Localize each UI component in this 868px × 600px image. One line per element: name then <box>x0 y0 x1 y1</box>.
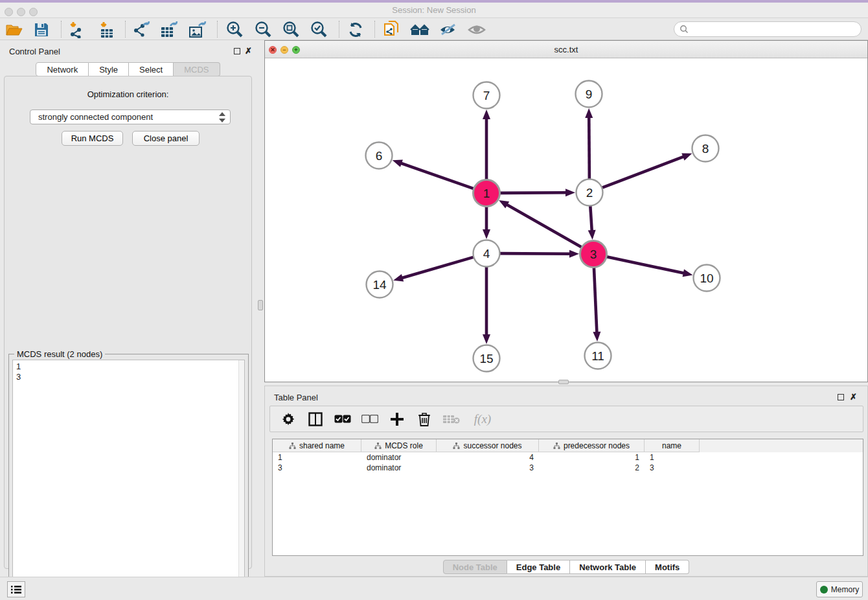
first-neighbors-icon[interactable] <box>409 20 431 40</box>
tab-motifs[interactable]: Motifs <box>646 560 689 574</box>
node-table[interactable]: shared nameMCDS rolesuccessor nodesprede… <box>272 439 863 556</box>
tab-mcds[interactable]: MCDS <box>174 62 220 76</box>
function-builder-icon[interactable]: f(x) <box>470 410 496 428</box>
graph-edge[interactable] <box>400 163 474 189</box>
panel-divider-handle[interactable] <box>558 380 569 384</box>
float-panel-icon[interactable] <box>234 48 240 54</box>
zoom-in-icon[interactable] <box>223 20 246 40</box>
close-table-panel-icon[interactable]: ✗ <box>850 394 857 400</box>
table-row[interactable]: 1dominator411 <box>273 452 863 463</box>
close-panel-icon[interactable]: ✗ <box>245 48 252 54</box>
status-bar: Memory <box>0 577 868 600</box>
tab-network-table[interactable]: Network Table <box>570 560 646 574</box>
graph-node-label: 1 <box>483 187 490 200</box>
column-header-name[interactable]: name <box>645 439 700 452</box>
column-header-shared-name[interactable]: shared name <box>273 439 361 452</box>
graph-edge[interactable] <box>590 206 591 231</box>
panel-divider-handle[interactable] <box>258 300 263 310</box>
network-window-titlebar[interactable]: ✕ − + scc.txt <box>265 41 867 58</box>
graph-node-label: 14 <box>372 278 387 292</box>
graph-edge[interactable] <box>607 257 685 273</box>
criterion-value: strongly connected component <box>38 112 153 122</box>
column-header-predecessor-nodes[interactable]: predecessor nodes <box>539 439 645 452</box>
select-all-rows-icon[interactable] <box>334 410 352 428</box>
export-network-icon[interactable] <box>130 20 152 40</box>
export-table-icon[interactable] <box>158 20 180 40</box>
open-session-icon[interactable] <box>3 20 25 40</box>
graph-edge[interactable] <box>500 192 567 193</box>
graph-edge[interactable] <box>594 268 597 333</box>
hierarchy-icon <box>553 443 560 449</box>
graph-edge-arrowhead <box>483 110 490 119</box>
zoom-fit-icon[interactable] <box>280 20 302 40</box>
mcds-result-text[interactable]: 13 <box>12 360 245 594</box>
tab-edge-table[interactable]: Edge Table <box>507 560 570 574</box>
delete-row-icon[interactable] <box>415 410 433 428</box>
table-cell[interactable]: 2 <box>539 463 645 473</box>
dropdown-stepper-icon <box>218 111 227 123</box>
add-row-icon[interactable] <box>388 410 406 428</box>
table-row[interactable]: 3dominator323 <box>273 463 863 473</box>
table-panel: Table Panel ✗ <box>264 386 868 577</box>
graph-edge[interactable] <box>402 257 474 278</box>
graph-edge-arrowhead <box>393 160 403 167</box>
mcds-result-box: MCDS result (2 nodes) 13 <box>8 354 249 598</box>
graph-edge-arrowhead <box>393 274 404 282</box>
export-image-icon[interactable] <box>187 20 209 40</box>
table-cell[interactable]: dominator <box>361 463 437 473</box>
tab-style[interactable]: Style <box>89 62 129 76</box>
zoom-out-icon[interactable] <box>252 20 274 40</box>
graph-edge[interactable] <box>506 204 581 247</box>
table-cell[interactable]: 4 <box>437 452 539 463</box>
criterion-dropdown[interactable]: strongly connected component <box>30 110 231 124</box>
graph-node-label: 10 <box>700 271 713 285</box>
show-all-icon[interactable] <box>466 20 488 40</box>
hide-selected-icon[interactable] <box>437 20 459 40</box>
search-input[interactable] <box>689 25 861 34</box>
tab-select[interactable]: Select <box>129 62 174 76</box>
network-canvas[interactable]: 7968124314101511 <box>265 58 867 382</box>
close-panel-button[interactable]: Close panel <box>132 131 200 146</box>
save-session-icon[interactable] <box>30 20 52 40</box>
table-tabs: Node Table Edge Table Network Table Moti… <box>265 560 867 574</box>
refresh-icon[interactable] <box>345 20 367 40</box>
graph-node-label: 9 <box>586 87 593 101</box>
hierarchy-icon <box>374 443 382 449</box>
tab-network[interactable]: Network <box>36 62 89 76</box>
graph-edge[interactable] <box>500 253 571 254</box>
graph-edge[interactable] <box>602 156 685 187</box>
graph-node-label: 2 <box>586 186 593 200</box>
zoom-selected-icon[interactable] <box>308 20 330 40</box>
float-table-panel-icon[interactable] <box>838 394 844 400</box>
table-cell[interactable]: 3 <box>437 463 539 473</box>
deselect-all-rows-icon[interactable] <box>361 410 379 428</box>
toolbar-separator <box>61 21 62 38</box>
table-cell[interactable]: 3 <box>645 463 700 473</box>
table-cell[interactable]: 1 <box>539 452 645 463</box>
memory-button[interactable]: Memory <box>816 581 863 597</box>
import-network-icon[interactable] <box>65 20 87 40</box>
duplicate-network-icon[interactable] <box>381 20 403 40</box>
settings-gear-icon[interactable] <box>279 410 297 428</box>
column-header-MCDS-role[interactable]: MCDS role <box>361 439 437 452</box>
task-history-button[interactable] <box>7 581 25 597</box>
show-columns-icon[interactable] <box>306 410 325 428</box>
delete-table-icon[interactable] <box>442 410 461 428</box>
hierarchy-icon <box>453 443 460 449</box>
table-cell[interactable]: 3 <box>273 463 361 473</box>
search-field[interactable] <box>674 21 862 37</box>
table-cell[interactable]: 1 <box>273 452 361 463</box>
toolbar-separator <box>125 21 126 38</box>
table-cell[interactable]: 1 <box>645 452 700 463</box>
import-table-icon[interactable] <box>96 20 118 40</box>
column-header-successor-nodes[interactable]: successor nodes <box>437 439 539 452</box>
mcds-result-title: MCDS result (2 nodes) <box>14 349 105 359</box>
run-mcds-button[interactable]: Run MCDS <box>62 131 123 146</box>
list-icon <box>11 585 21 594</box>
tab-node-table[interactable]: Node Table <box>443 560 507 574</box>
scrollbar-track[interactable] <box>238 360 244 594</box>
graph-node-label: 8 <box>702 142 709 156</box>
graph-edge[interactable] <box>589 117 589 179</box>
node-table-header: shared nameMCDS rolesuccessor nodesprede… <box>273 439 863 452</box>
table-cell[interactable]: dominator <box>361 452 437 463</box>
